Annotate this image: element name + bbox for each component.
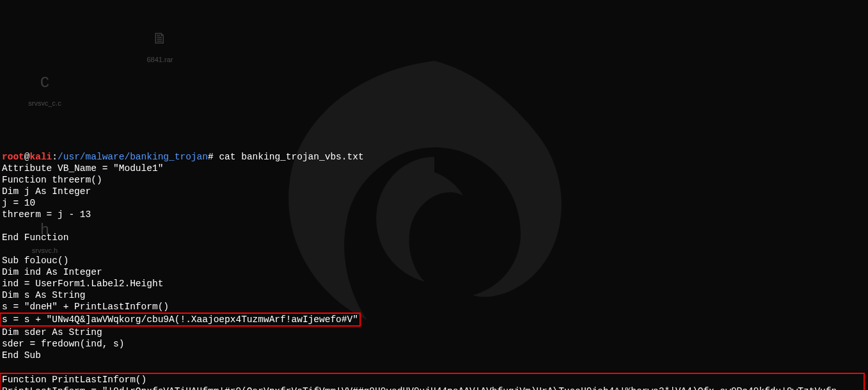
file-icon: C bbox=[32, 70, 58, 96]
code-line: Dim ind As Integer bbox=[2, 267, 102, 277]
code-line: Function threerm() bbox=[2, 175, 102, 185]
terminal-output[interactable]: root@kali:/usr/malware/banking_trojan# c… bbox=[0, 138, 868, 390]
code-line: s = "dneH" + PrintLastInform() bbox=[2, 302, 169, 312]
desktop-file-label: 6841.rar bbox=[147, 54, 173, 65]
code-line: End Function bbox=[2, 232, 68, 243]
code-line: Sub folouc() bbox=[2, 256, 68, 266]
code-line: PrintLastInform = "!0d!rQpxfsVATiHAHfmm!… bbox=[2, 386, 837, 390]
desktop-file-rar: 🗎 6841.rar bbox=[134, 27, 185, 65]
code-line: Attribute VB_Name = "Module1" bbox=[2, 163, 163, 174]
code-line: sder = fredown(ind, s) bbox=[2, 339, 124, 349]
code-line: Dim s As String bbox=[2, 290, 86, 300]
prompt-path: /usr/malware/banking_trojan bbox=[58, 152, 208, 162]
prompt-separator: : bbox=[52, 152, 58, 162]
prompt-mark: # bbox=[208, 152, 214, 162]
command-text: cat banking_trojan_vbs.txt bbox=[214, 152, 364, 162]
highlighted-obfuscated-function: Function PrintLastInform() PrintLastInfo… bbox=[0, 373, 865, 390]
prompt-host: kali bbox=[30, 152, 52, 162]
code-line: j = 10 bbox=[2, 198, 35, 208]
code-line: ind = UserForm1.Label2.Height bbox=[2, 279, 163, 289]
code-line: threerm = j - 13 bbox=[2, 209, 91, 220]
code-line: End Sub bbox=[2, 350, 41, 361]
code-line: s = s + "UNw4Q&]awVWqkorg/cbu9A(!.Xaajoe… bbox=[2, 314, 358, 325]
code-line: Dim j As Integer bbox=[2, 186, 91, 197]
desktop-file-c: C srvsvc_c.c bbox=[19, 70, 70, 109]
prompt-user: root bbox=[2, 152, 24, 162]
prompt-at: @ bbox=[24, 152, 30, 162]
highlighted-obfuscated-string: s = s + "UNw4Q&]awVWqkorg/cbu9A(!.Xaajoe… bbox=[0, 313, 361, 327]
code-line: Function PrintLastInform() bbox=[2, 375, 146, 385]
code-line: Dim sder As String bbox=[2, 327, 102, 337]
archive-icon: 🗎 bbox=[147, 27, 173, 53]
desktop-file-label: srvsvc_c.c bbox=[28, 97, 61, 109]
